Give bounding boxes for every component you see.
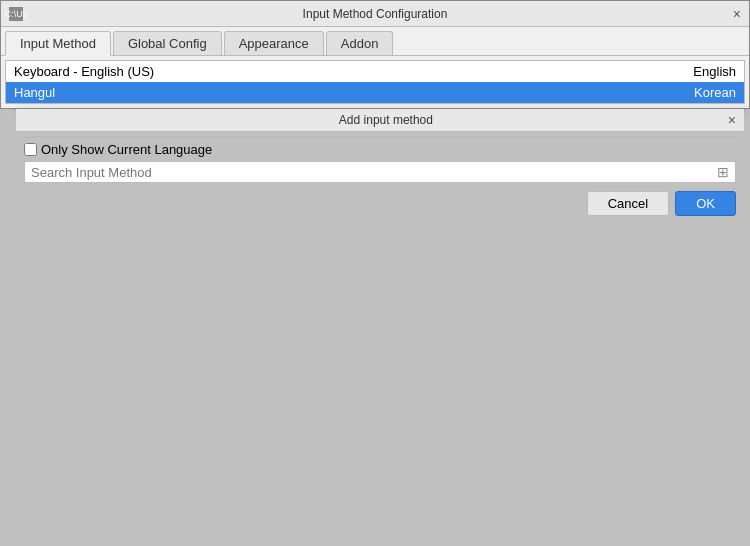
only-show-current-language-checkbox[interactable] [24, 143, 37, 156]
im-name: Keyboard - English (US) [14, 64, 154, 79]
tab-global-config[interactable]: Global Config [113, 31, 222, 55]
dialog-title-bar: Add input method × [16, 109, 744, 132]
im-list: Keyboard - English (US) English Hangul K… [5, 60, 745, 104]
dialog-close-button[interactable]: × [728, 113, 736, 127]
tab-addon[interactable]: Addon [326, 31, 394, 55]
im-list-item-selected[interactable]: Hangul Korean [6, 82, 744, 103]
title-bar-left: C:\Us [9, 7, 23, 21]
search-input[interactable] [31, 165, 717, 180]
only-show-current-language-row: Only Show Current Language [24, 142, 736, 157]
close-button[interactable]: × [733, 7, 741, 21]
search-icon: ⊞ [717, 164, 729, 180]
im-lang: English [693, 64, 736, 79]
dialog-bottom: Only Show Current Language ⊞ [16, 138, 744, 187]
im-name: Hangul [14, 85, 55, 100]
add-input-method-dialog: Add input method × Keyboard - Kazakh - K… [15, 108, 745, 110]
window-icon-label: C:\Us [5, 9, 28, 19]
only-show-current-language-label: Only Show Current Language [41, 142, 212, 157]
search-row: ⊞ [24, 161, 736, 183]
im-lang: Korean [694, 85, 736, 100]
main-window: C:\Us Input Method Configuration × Input… [0, 0, 750, 109]
ok-button[interactable]: OK [675, 191, 736, 216]
dialog-buttons: Cancel OK [16, 187, 744, 224]
tabs-bar: Input Method Global Config Appearance Ad… [1, 27, 749, 56]
cancel-button[interactable]: Cancel [587, 191, 669, 216]
tab-input-method[interactable]: Input Method [5, 31, 111, 56]
dialog-title: Add input method [44, 113, 728, 127]
im-list-item[interactable]: Keyboard - English (US) English [6, 61, 744, 82]
title-bar: C:\Us Input Method Configuration × [1, 1, 749, 27]
window-icon: C:\Us [9, 7, 23, 21]
main-window-title: Input Method Configuration [303, 7, 448, 21]
tab-appearance[interactable]: Appearance [224, 31, 324, 55]
